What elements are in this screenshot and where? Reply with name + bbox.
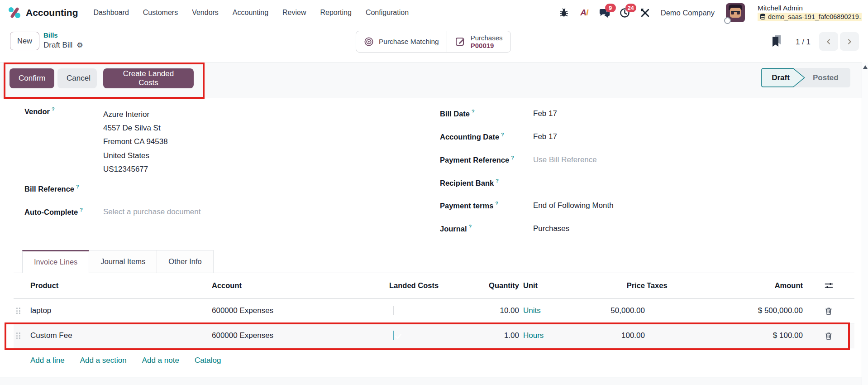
add-a-section-link[interactable]: Add a section — [80, 356, 127, 365]
help-icon[interactable]: ? — [469, 224, 472, 229]
landed-costs-checkbox[interactable] — [393, 306, 394, 315]
vendor-value: Azure Interior 4557 De Silva St Fremont … — [103, 108, 168, 176]
company-switcher[interactable]: Demo Company — [661, 9, 715, 17]
tab-invoice-lines[interactable]: Invoice Lines — [22, 250, 89, 273]
table-row-laptop[interactable]: laptop 600000 Expenses 10.00 Units 50,00… — [14, 298, 854, 323]
help-icon[interactable]: ? — [76, 184, 79, 189]
column-amount[interactable]: Amount — [705, 281, 803, 290]
bullseye-icon — [364, 37, 374, 47]
form-statusbar: Confirm Cancel Create Landed Costs Draft… — [0, 63, 868, 98]
new-button[interactable]: New — [10, 32, 39, 50]
cancel-button[interactable]: Cancel — [57, 68, 97, 88]
column-taxes[interactable]: Taxes — [645, 281, 705, 290]
gear-icon[interactable]: ⚙ — [76, 40, 83, 51]
chevron-left-icon — [825, 38, 832, 45]
vendor-name[interactable]: Azure Interior — [103, 108, 168, 121]
landed-costs-checkbox[interactable] — [393, 331, 394, 340]
tools-icon[interactable] — [639, 7, 651, 19]
catalog-link[interactable]: Catalog — [195, 356, 221, 365]
cell-price[interactable]: 100.00 — [582, 331, 645, 340]
messages-icon[interactable]: 9 — [599, 7, 610, 19]
cell-quantity[interactable]: 10.00 — [448, 306, 519, 315]
column-quantity[interactable]: Quantity — [448, 281, 519, 290]
avatar-status-ring — [724, 17, 731, 24]
tab-other-info[interactable]: Other Info — [157, 250, 213, 273]
accounting-date-input[interactable]: Feb 17 — [533, 132, 557, 141]
user-avatar[interactable] — [726, 3, 745, 22]
payment-reference-input[interactable]: Use Bill Reference — [533, 155, 597, 164]
purchase-matching-button[interactable]: Purchase Matching — [356, 31, 447, 52]
bookmark-icon[interactable] — [771, 35, 782, 47]
pager-next-button[interactable] — [840, 32, 859, 51]
help-icon[interactable]: ? — [496, 178, 499, 183]
drag-handle-icon[interactable] — [16, 308, 20, 314]
app-brand[interactable]: Accounting — [8, 6, 78, 19]
confirm-button[interactable]: Confirm — [10, 68, 54, 88]
cell-amount: $ 100.00 — [705, 331, 803, 340]
menu-customers[interactable]: Customers — [143, 9, 178, 17]
activities-clock-icon[interactable]: 24 — [619, 7, 631, 19]
help-icon[interactable]: ? — [52, 106, 55, 112]
table-footer-links: Add a line Add a section Add a note Cata… — [30, 356, 221, 365]
ai-icon[interactable]: AI — [578, 7, 590, 19]
optional-columns-button[interactable] — [823, 280, 835, 291]
cell-product[interactable]: laptop — [30, 306, 207, 315]
database-icon — [760, 14, 766, 20]
help-icon[interactable]: ? — [511, 155, 514, 160]
purchases-button[interactable]: Purchases P00019 — [447, 31, 510, 52]
notebook-tabs: Invoice Lines Journal Items Other Info — [14, 250, 854, 273]
scroll-up-arrow-icon[interactable] — [863, 65, 868, 69]
menu-accounting[interactable]: Accounting — [233, 9, 268, 17]
vendor-city: Fremont CA 94538 — [103, 135, 168, 149]
column-product[interactable]: Product — [30, 281, 207, 290]
menu-vendors[interactable]: Vendors — [192, 9, 219, 17]
payment-reference-label: Payment Reference? — [440, 155, 514, 164]
column-unit[interactable]: Unit — [519, 281, 582, 290]
debug-bug-icon[interactable] — [558, 7, 570, 19]
status-draft[interactable]: Draft — [761, 68, 806, 87]
menu-configuration[interactable]: Configuration — [366, 9, 409, 17]
vendor-label: Vendor? — [24, 106, 55, 116]
column-price[interactable]: Price — [582, 281, 645, 290]
systray: AI 9 24 Demo Company — [558, 3, 862, 22]
cell-product[interactable]: Custom Fee — [30, 331, 207, 340]
delete-row-button[interactable] — [823, 305, 834, 317]
add-a-note-link[interactable]: Add a note — [142, 356, 179, 365]
journal-input[interactable]: Purchases — [533, 224, 569, 233]
drag-handle-icon[interactable] — [16, 332, 20, 339]
menu-dashboard[interactable]: Dashboard — [94, 9, 129, 17]
main-menu: Dashboard Customers Vendors Accounting R… — [94, 9, 409, 17]
menu-reporting[interactable]: Reporting — [320, 9, 352, 17]
pager-previous-button[interactable] — [819, 32, 838, 51]
table-row-custom-fee[interactable]: Custom Fee 600000 Expenses 1.00 Hours 10… — [14, 323, 854, 348]
cell-account[interactable]: 600000 Expenses — [207, 306, 385, 315]
help-icon[interactable]: ? — [80, 207, 83, 212]
column-account[interactable]: Account — [207, 281, 385, 290]
cell-price[interactable]: 50,000.00 — [582, 306, 645, 315]
status-posted[interactable]: Posted — [806, 68, 850, 87]
messages-badge: 9 — [605, 4, 616, 12]
journal-label: Journal? — [440, 224, 472, 233]
pager-zone: 1 / 1 — [764, 25, 868, 63]
cell-unit[interactable]: Hours — [519, 331, 582, 340]
vertical-scrollbar[interactable] — [862, 63, 868, 385]
menu-review[interactable]: Review — [282, 9, 306, 17]
create-landed-costs-button[interactable]: Create Landed Costs — [103, 68, 194, 88]
column-landed-costs[interactable]: Landed Costs — [385, 281, 448, 290]
cell-unit[interactable]: Units — [519, 306, 582, 315]
cell-quantity[interactable]: 1.00 — [448, 331, 519, 340]
add-a-line-link[interactable]: Add a line — [30, 356, 65, 365]
breadcrumb-bills-link[interactable]: Bills — [43, 31, 83, 39]
user-info[interactable]: Mitchell Admin demo_saas-191_fafe0689021… — [758, 4, 862, 21]
activities-badge: 24 — [625, 4, 636, 12]
help-icon[interactable]: ? — [472, 109, 475, 114]
help-icon[interactable]: ? — [501, 132, 504, 137]
auto-complete-input[interactable]: Select a purchase document — [103, 207, 200, 217]
payment-terms-input[interactable]: End of Following Month — [533, 201, 614, 210]
bill-date-input[interactable]: Feb 17 — [533, 109, 557, 118]
tab-journal-items[interactable]: Journal Items — [89, 250, 157, 273]
help-icon[interactable]: ? — [495, 201, 498, 206]
table-header-row: Product Account Landed Costs Quantity Un… — [14, 273, 854, 298]
delete-row-button[interactable] — [823, 330, 834, 342]
cell-account[interactable]: 600000 Expenses — [207, 331, 385, 340]
